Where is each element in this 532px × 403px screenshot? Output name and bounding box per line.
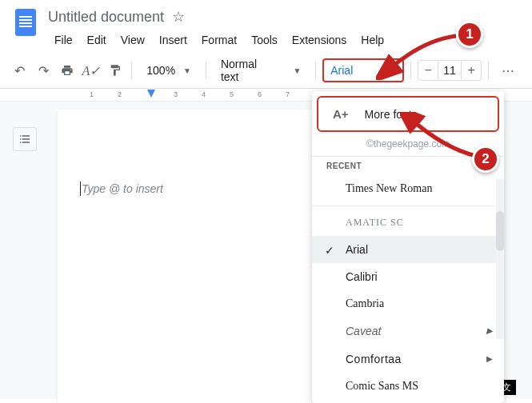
font-size-increase[interactable]: + xyxy=(462,61,481,80)
chevron-down-icon: ▼ xyxy=(293,66,301,75)
font-item-amatic-sc[interactable]: Amatic SC xyxy=(312,209,504,236)
ruler-tick: 7 xyxy=(286,90,290,98)
chevron-down-icon: ▼ xyxy=(388,66,396,75)
font-item-label: Comfortaa xyxy=(346,353,402,365)
font-size-value[interactable]: 11 xyxy=(438,62,462,79)
font-dropdown: A+ More fonts ©thegeekpage.com RECENT Ti… xyxy=(312,91,504,403)
more-tools[interactable]: ⋯ xyxy=(495,63,522,78)
zoom-selector[interactable]: 100% ▼ xyxy=(138,64,199,77)
indent-marker[interactable] xyxy=(147,90,155,98)
more-fonts-label: More fonts xyxy=(365,108,418,121)
ruler-tick: 2 xyxy=(118,90,122,98)
outline-toggle[interactable] xyxy=(13,127,37,151)
font-item-comic-sans[interactable]: Comic Sans MS xyxy=(312,373,504,400)
font-item-arial[interactable]: ✓ Arial xyxy=(312,236,504,263)
menu-insert[interactable]: Insert xyxy=(153,30,194,50)
font-item-calibri[interactable]: Calibri xyxy=(312,263,504,290)
ruler-tick: 3 xyxy=(174,90,178,98)
more-fonts-button[interactable]: A+ More fonts xyxy=(317,96,499,132)
text-cursor xyxy=(80,182,81,196)
font-item-times-new-roman[interactable]: Times New Roman xyxy=(312,175,504,202)
spellcheck-button[interactable]: A✓ xyxy=(81,59,102,82)
docs-logo-icon xyxy=(15,9,36,36)
menu-extensions[interactable]: Extensions xyxy=(286,30,353,50)
ruler-tick: 5 xyxy=(230,90,234,98)
ruler-tick: 6 xyxy=(258,90,262,98)
ruler-tick: 4 xyxy=(202,90,206,98)
font-item-label: Caveat xyxy=(346,325,381,337)
font-item-comfortaa[interactable]: Comfortaa ▶ xyxy=(312,345,504,373)
font-item-cambria[interactable]: Cambria xyxy=(312,290,504,317)
print-button[interactable] xyxy=(57,59,78,82)
style-value: Normal text xyxy=(221,58,270,83)
undo-button[interactable]: ↶ xyxy=(10,59,30,82)
font-item-caveat[interactable]: Caveat ▶ xyxy=(312,317,504,345)
insert-placeholder: Type @ to insert xyxy=(82,182,163,195)
font-size-decrease[interactable]: − xyxy=(418,61,438,80)
redo-button[interactable]: ↷ xyxy=(34,59,54,82)
menu-file[interactable]: File xyxy=(48,30,79,50)
menu-tools[interactable]: Tools xyxy=(245,30,284,50)
ruler-tick: 1 xyxy=(90,90,94,98)
font-value: Arial xyxy=(330,64,353,77)
menu-view[interactable]: View xyxy=(114,30,151,50)
annotation-callout-1: 1 xyxy=(456,21,483,48)
menu-format[interactable]: Format xyxy=(195,30,243,50)
docs-logo[interactable] xyxy=(10,6,42,38)
scrollbar-thumb[interactable] xyxy=(496,211,504,251)
chevron-down-icon: ▼ xyxy=(183,66,191,75)
font-size-group: − 11 + xyxy=(418,60,482,81)
annotation-callout-2: 2 xyxy=(472,146,499,173)
star-icon[interactable]: ☆ xyxy=(172,8,185,26)
document-title[interactable]: Untitled document xyxy=(48,9,164,26)
font-item-label: Arial xyxy=(346,243,368,256)
add-font-icon: A+ xyxy=(333,107,349,121)
zoom-value: 100% xyxy=(146,64,175,77)
paint-format-button[interactable] xyxy=(105,59,126,82)
style-selector[interactable]: Normal text ▼ xyxy=(213,58,309,83)
submenu-arrow-icon: ▶ xyxy=(486,326,493,335)
menu-help[interactable]: Help xyxy=(354,30,390,50)
check-icon: ✓ xyxy=(325,244,334,257)
submenu-arrow-icon: ▶ xyxy=(486,354,494,363)
scrollbar-track[interactable] xyxy=(496,179,504,339)
menu-edit[interactable]: Edit xyxy=(81,30,113,50)
menu-bar: File Edit View Insert Format Tools Exten… xyxy=(48,30,522,50)
toolbar: ↶ ↷ A✓ 100% ▼ Normal text ▼ Arial ▼ − 11… xyxy=(0,53,532,89)
font-selector[interactable]: Arial ▼ xyxy=(322,58,404,82)
